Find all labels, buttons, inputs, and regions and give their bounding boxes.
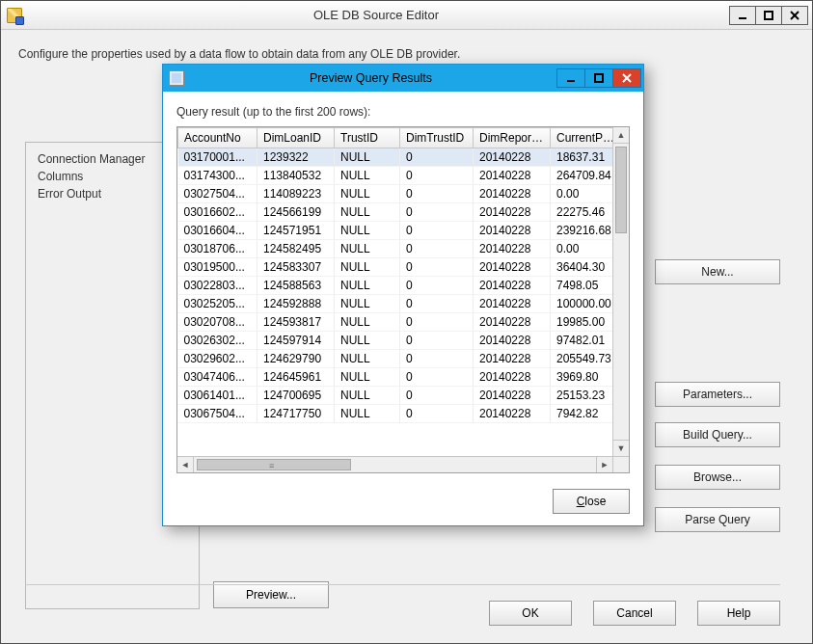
- table-row[interactable]: 03022803...124588563NULL0201402287498.05: [178, 277, 613, 295]
- preview-button[interactable]: Preview...: [213, 581, 329, 608]
- modal-close-button[interactable]: [612, 68, 641, 88]
- table-cell: 0.00: [551, 240, 613, 258]
- table-row[interactable]: 03016602...124566199NULL02014022822275.4…: [178, 203, 613, 222]
- table-cell: NULL: [335, 167, 400, 185]
- table-cell: 0: [400, 258, 474, 277]
- close-button[interactable]: Close: [553, 489, 630, 514]
- table-cell: 20140228: [474, 332, 551, 350]
- table-row[interactable]: 03018706...124582495NULL0201402280.00: [178, 240, 613, 258]
- table-cell: NULL: [335, 368, 400, 387]
- table-row[interactable]: 03061401...124700695NULL02014022825153.2…: [178, 387, 613, 405]
- modal-titlebar[interactable]: Preview Query Results: [163, 65, 643, 92]
- table-row[interactable]: 03029602...124629790NULL020140228205549.…: [178, 350, 613, 368]
- table-row[interactable]: 03020708...124593817NULL02014022819985.0…: [178, 313, 613, 332]
- table-cell: 205549.73: [551, 350, 613, 368]
- table-cell: 0: [400, 167, 474, 185]
- parent-close-button[interactable]: [781, 6, 808, 25]
- table-cell: NULL: [335, 222, 400, 240]
- browse-button[interactable]: Browse...: [655, 465, 780, 490]
- table-row[interactable]: 03016604...124571951NULL020140228239216.…: [178, 222, 613, 240]
- help-button[interactable]: Help: [697, 601, 780, 626]
- table-cell: 03174300...: [178, 167, 257, 185]
- vertical-scroll-thumb[interactable]: [615, 147, 627, 233]
- table-cell: 03026302...: [178, 332, 257, 350]
- table-cell: 0: [400, 295, 474, 313]
- table-cell: 0: [400, 277, 474, 295]
- table-cell: 0: [400, 185, 474, 203]
- table-cell: NULL: [335, 295, 400, 313]
- scroll-down-arrow-icon[interactable]: ▼: [613, 440, 629, 456]
- scroll-left-arrow-icon[interactable]: ◄: [177, 457, 194, 472]
- table-cell: 7498.05: [551, 277, 613, 295]
- col-header-currentpri[interactable]: CurrentPri...: [551, 128, 613, 148]
- parent-maximize-button[interactable]: [755, 6, 782, 25]
- table-cell: NULL: [335, 240, 400, 258]
- table-row[interactable]: 03067504...124717750NULL0201402287942.82: [178, 405, 613, 423]
- build-query-button[interactable]: Build Query...: [655, 422, 780, 447]
- table-cell: 20140228: [474, 185, 551, 203]
- table-cell: 0: [400, 350, 474, 368]
- table-header: AccountNo DimLoanID TrustID DimTrustID D…: [178, 128, 613, 148]
- scroll-corner: [612, 456, 629, 472]
- table-cell: 03019500...: [178, 258, 257, 277]
- table-cell: NULL: [335, 387, 400, 405]
- table-cell: 03170001...: [178, 148, 257, 167]
- table-cell: 3969.80: [551, 368, 613, 387]
- table-cell: 113840532: [257, 167, 335, 185]
- parse-query-button[interactable]: Parse Query: [655, 507, 780, 532]
- table-cell: 124700695: [257, 387, 335, 405]
- table-cell: 124629790: [257, 350, 335, 368]
- modal-minimize-button[interactable]: [556, 68, 585, 88]
- parent-minimize-button[interactable]: [729, 6, 756, 25]
- modal-hint-text: Query result (up to the first 200 rows):: [176, 105, 630, 119]
- divider: [25, 584, 780, 585]
- footer-buttons: OK Cancel Help: [489, 601, 780, 626]
- horizontal-scroll-thumb[interactable]: ≡: [197, 459, 351, 470]
- table-cell: 03067504...: [178, 405, 257, 423]
- table-cell: 124597914: [257, 332, 335, 350]
- table-cell: 20140228: [474, 405, 551, 423]
- modal-maximize-button[interactable]: [584, 68, 613, 88]
- table-cell: 20140228: [474, 295, 551, 313]
- results-grid[interactable]: AccountNo DimLoanID TrustID DimTrustID D…: [177, 127, 612, 456]
- table-row[interactable]: 03174300...113840532NULL020140228264709.…: [178, 167, 613, 185]
- table-cell: 0.00: [551, 185, 613, 203]
- table-row[interactable]: 03047406...124645961NULL0201402283969.80: [178, 368, 613, 387]
- table-row[interactable]: 03019500...124583307NULL02014022836404.3…: [178, 258, 613, 277]
- parent-titlebar[interactable]: OLE DB Source Editor: [1, 1, 812, 30]
- table-row[interactable]: 03026302...124597914NULL02014022897482.0…: [178, 332, 613, 350]
- col-header-dimloanid[interactable]: DimLoanID: [257, 128, 335, 148]
- ok-button[interactable]: OK: [489, 601, 572, 626]
- table-cell: 03047406...: [178, 368, 257, 387]
- modal-body: Query result (up to the first 200 rows):…: [163, 92, 643, 525]
- parent-window-title: OLE DB Source Editor: [22, 8, 730, 22]
- table-body: 03170001...1239322NULL02014022818637.310…: [178, 148, 613, 423]
- table-row[interactable]: 03170001...1239322NULL02014022818637.31: [178, 148, 613, 167]
- table-cell: 03061401...: [178, 387, 257, 405]
- table-cell: 18637.31: [551, 148, 613, 167]
- parameters-button[interactable]: Parameters...: [655, 382, 780, 407]
- table-cell: 0: [400, 203, 474, 222]
- titlebar-buttons: [730, 6, 808, 25]
- table-row[interactable]: 03027504...114089223NULL0201402280.00: [178, 185, 613, 203]
- table-cell: 20140228: [474, 222, 551, 240]
- table-cell: 7942.82: [551, 405, 613, 423]
- col-header-accountno[interactable]: AccountNo: [178, 128, 257, 148]
- cancel-button[interactable]: Cancel: [593, 601, 676, 626]
- table-cell: 97482.01: [551, 332, 613, 350]
- col-header-dimreporting[interactable]: DimReporti...: [474, 128, 551, 148]
- modal-footer: Close: [176, 489, 630, 514]
- scroll-right-arrow-icon[interactable]: ►: [596, 457, 612, 472]
- table-cell: 22275.46: [551, 203, 613, 222]
- table-cell: 0: [400, 405, 474, 423]
- col-header-trustid[interactable]: TrustID: [335, 128, 400, 148]
- table-row[interactable]: 03025205...124592888NULL020140228100000.…: [178, 295, 613, 313]
- horizontal-scrollbar[interactable]: ◄ ≡ ►: [177, 456, 612, 472]
- col-header-dimtrustid[interactable]: DimTrustID: [400, 128, 474, 148]
- new-button[interactable]: New...: [655, 259, 780, 284]
- vertical-scrollbar[interactable]: ▲ ▼: [612, 127, 629, 456]
- table-cell: 20140228: [474, 203, 551, 222]
- table-cell: 0: [400, 240, 474, 258]
- table-cell: 03020708...: [178, 313, 257, 332]
- scroll-up-arrow-icon[interactable]: ▲: [613, 127, 629, 144]
